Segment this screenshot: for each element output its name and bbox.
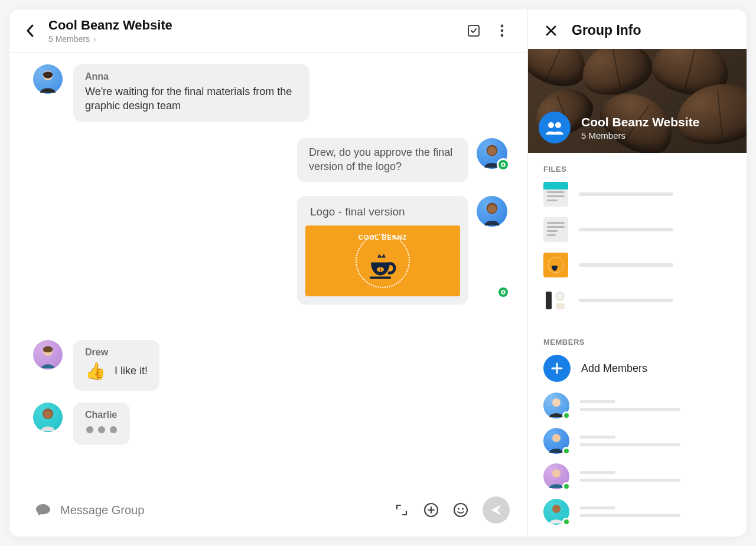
tasks-button[interactable] bbox=[466, 23, 481, 38]
svg-point-10 bbox=[488, 205, 497, 214]
message-sender: Charlie bbox=[85, 410, 118, 420]
members-section: MEMBERS Add Members bbox=[528, 326, 747, 537]
cover-text: Cool Beanz Website 5 Members bbox=[581, 115, 699, 140]
chat-composer: Message Group bbox=[9, 486, 527, 537]
close-button[interactable] bbox=[543, 23, 559, 38]
member-placeholder bbox=[580, 436, 731, 446]
message-bubble[interactable]: Charlie bbox=[73, 403, 130, 445]
send-button[interactable] bbox=[483, 496, 510, 524]
message-bubble[interactable]: Drew 👍 I like it! bbox=[73, 340, 159, 391]
svg-rect-25 bbox=[546, 292, 552, 309]
files-section: FILES bbox=[528, 153, 747, 326]
avatar-self[interactable] bbox=[477, 138, 507, 169]
member-item[interactable] bbox=[543, 393, 731, 419]
read-status-icon bbox=[497, 286, 510, 299]
message-drew: Drew 👍 I like it! bbox=[33, 340, 507, 391]
member-placeholder bbox=[580, 400, 731, 411]
chat-members-text: 5 Members bbox=[48, 34, 90, 44]
chat-title: Cool Beanz Website bbox=[48, 18, 466, 33]
file-photo-icon bbox=[543, 288, 568, 313]
avatar-self[interactable] bbox=[477, 196, 507, 227]
message-input[interactable]: Message Group bbox=[35, 503, 384, 517]
attachment-preview[interactable]: COOL BEANZ bbox=[305, 225, 460, 296]
member-item[interactable] bbox=[543, 463, 731, 489]
svg-point-12 bbox=[502, 292, 504, 293]
add-members-label: Add Members bbox=[581, 362, 647, 375]
thumbs-up-icon: 👍 bbox=[85, 362, 106, 380]
avatar-drew[interactable] bbox=[33, 340, 63, 370]
member-placeholder bbox=[580, 471, 731, 482]
emoji-button[interactable] bbox=[453, 502, 468, 518]
cover-subtitle: 5 Members bbox=[581, 130, 699, 140]
svg-point-6 bbox=[488, 146, 497, 155]
file-placeholder-line bbox=[579, 228, 673, 231]
svg-point-1 bbox=[501, 25, 504, 28]
logo-text: COOL BEANZ bbox=[359, 234, 408, 241]
expand-button[interactable] bbox=[394, 502, 409, 518]
chat-title-block: Cool Beanz Website 5 Members › bbox=[48, 18, 466, 44]
member-item[interactable] bbox=[543, 499, 731, 525]
cover-label: Cool Beanz Website 5 Members bbox=[539, 112, 699, 143]
file-item[interactable] bbox=[543, 253, 731, 277]
message-bubble[interactable]: Anna We're waiting for the final materia… bbox=[73, 64, 309, 122]
attach-button[interactable] bbox=[423, 502, 439, 518]
chat-panel: Cool Beanz Website 5 Members › bbox=[9, 9, 528, 537]
message-sender: Drew bbox=[85, 347, 148, 358]
chat-bubble-icon bbox=[35, 503, 51, 517]
back-button[interactable] bbox=[22, 23, 38, 38]
message-approve: Drew, do you approve the final version o… bbox=[297, 138, 507, 182]
member-item[interactable] bbox=[543, 428, 731, 454]
presence-dot bbox=[562, 518, 571, 526]
group-icon bbox=[539, 112, 571, 143]
presence-dot bbox=[562, 482, 571, 491]
svg-rect-14 bbox=[370, 277, 391, 279]
file-placeholder-line bbox=[579, 192, 673, 196]
file-item[interactable] bbox=[543, 217, 731, 242]
message-placeholder: Message Group bbox=[60, 504, 144, 517]
group-cover[interactable]: Cool Beanz Website 5 Members bbox=[528, 49, 747, 153]
svg-point-22 bbox=[548, 122, 554, 128]
svg-point-26 bbox=[556, 292, 564, 300]
presence-dot bbox=[562, 447, 571, 455]
svg-point-19 bbox=[454, 504, 467, 516]
avatar-charlie[interactable] bbox=[33, 403, 63, 432]
message-sender: Anna bbox=[85, 71, 298, 82]
message-self-group: Drew, do you approve the final version o… bbox=[33, 138, 507, 305]
plus-icon bbox=[543, 355, 571, 382]
svg-rect-0 bbox=[468, 25, 479, 36]
svg-point-3 bbox=[501, 34, 504, 37]
member-placeholder bbox=[580, 506, 731, 517]
chevron-right-icon: › bbox=[93, 35, 96, 44]
header-actions bbox=[466, 23, 514, 38]
attachment-card[interactable]: Logo - final version COOL BEANZ bbox=[297, 196, 468, 305]
composer-actions bbox=[394, 496, 510, 524]
file-placeholder-line bbox=[579, 263, 673, 267]
svg-rect-27 bbox=[556, 303, 565, 309]
more-menu-button[interactable] bbox=[494, 23, 510, 38]
message-text: 👍 I like it! bbox=[85, 360, 148, 382]
member-avatar bbox=[543, 463, 569, 489]
message-anna: Anna We're waiting for the final materia… bbox=[33, 64, 507, 122]
svg-point-8 bbox=[502, 164, 504, 165]
message-charlie: Charlie bbox=[33, 403, 507, 445]
file-item[interactable] bbox=[543, 288, 731, 313]
members-heading: MEMBERS bbox=[543, 338, 731, 346]
file-doc-icon bbox=[543, 217, 568, 242]
message-text: Drew, do you approve the final version o… bbox=[309, 145, 457, 174]
chat-header: Cool Beanz Website 5 Members › bbox=[9, 9, 527, 53]
svg-point-21 bbox=[462, 508, 464, 510]
message-text-inner: I like it! bbox=[115, 365, 148, 377]
message-bubble[interactable]: Drew, do you approve the final version o… bbox=[297, 138, 468, 182]
svg-point-23 bbox=[555, 122, 561, 128]
member-avatar bbox=[543, 393, 569, 419]
member-avatar bbox=[543, 428, 569, 454]
file-image-icon bbox=[543, 253, 568, 277]
svg-point-29 bbox=[552, 434, 561, 442]
chat-members-link[interactable]: 5 Members › bbox=[48, 34, 466, 44]
side-header: Group Info bbox=[528, 9, 747, 49]
chat-messages[interactable]: Anna We're waiting for the final materia… bbox=[9, 53, 527, 486]
file-item[interactable] bbox=[543, 182, 731, 207]
typing-indicator bbox=[85, 423, 118, 437]
avatar-anna[interactable] bbox=[33, 64, 63, 94]
add-members-button[interactable]: Add Members bbox=[543, 355, 731, 382]
